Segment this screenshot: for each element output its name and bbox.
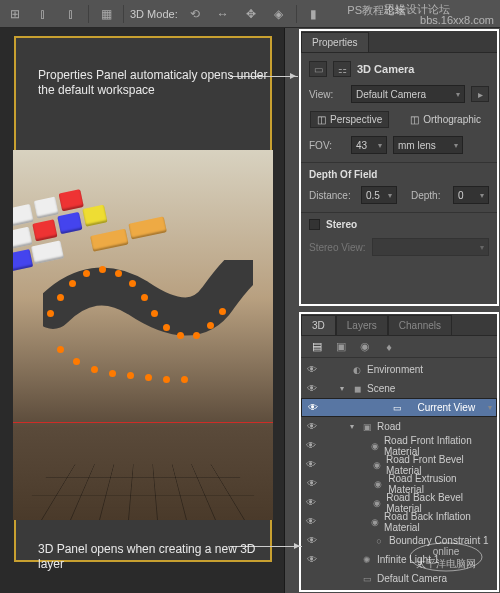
cube-icon: ◫ <box>317 114 326 125</box>
item-type-icon: ◉ <box>370 459 383 471</box>
panels-column: Properties ▭ ⚏ 3D Camera View: Default C… <box>298 28 500 593</box>
fov-field[interactable]: 43 <box>351 136 387 154</box>
depth-label: Depth: <box>411 190 447 201</box>
view-select[interactable]: Default Camera <box>351 85 465 103</box>
perspective-toggle[interactable]: ◫ Perspective <box>310 111 389 128</box>
distance-label: Distance: <box>309 190 355 201</box>
tree-row[interactable]: 👁▾▣Road <box>301 417 497 436</box>
path-handles[interactable] <box>43 250 263 410</box>
coords-icon[interactable]: ⚏ <box>333 61 351 77</box>
dof-section-title: Depth Of Field <box>309 169 489 180</box>
watermark-logo: online太平洋电脑网 <box>406 537 486 577</box>
tab-properties[interactable]: Properties <box>301 32 369 52</box>
visibility-icon[interactable]: 👁 <box>305 421 319 432</box>
visibility-icon[interactable]: 👁 <box>305 459 318 470</box>
camera-icon[interactable]: ▭ <box>309 61 327 77</box>
item-type-icon: ◐ <box>350 364 364 376</box>
item-type-icon: ◉ <box>370 497 383 509</box>
tool-icon[interactable]: ▦ <box>95 4 117 24</box>
tool-icon[interactable]: ⊞ <box>4 4 26 24</box>
tool-icon[interactable]: ⫿ <box>32 4 54 24</box>
annotation-3d-panel: 3D Panel opens when creating a new 3D la… <box>38 542 270 572</box>
tree-row[interactable]: 👁◉Road Back Bevel Material <box>301 493 497 512</box>
watermark: PS教程论坛 <box>347 3 406 18</box>
canvas[interactable]: Properties Panel automaticaly opens unde… <box>14 36 272 562</box>
scene-photo <box>13 150 273 520</box>
visibility-icon[interactable]: 👁 <box>305 497 318 508</box>
item-type-icon: ◼ <box>350 383 364 395</box>
tool-icon[interactable]: ⫿ <box>60 4 82 24</box>
item-type-icon: ◉ <box>372 478 386 490</box>
visibility-icon[interactable]: 👁 <box>305 478 319 489</box>
visibility-icon[interactable]: 👁 <box>305 554 319 565</box>
filter-row: ▤ ▣ ◉ ♦ <box>301 336 497 358</box>
tab-layers[interactable]: Layers <box>336 315 388 335</box>
item-type-icon: ○ <box>372 535 386 547</box>
fov-label: FOV: <box>309 140 345 151</box>
stereo-view-label: Stereo View: <box>309 242 366 253</box>
filter-light-icon[interactable]: ♦ <box>381 340 397 354</box>
move-icon[interactable]: ✥ <box>240 4 262 24</box>
item-label: Road Back Inflation Material <box>384 511 493 533</box>
view-label: View: <box>309 89 345 100</box>
orthographic-toggle[interactable]: ◫ Orthographic <box>403 111 488 128</box>
filter-all-icon[interactable]: ▤ <box>309 340 325 354</box>
item-label: Scene <box>367 383 395 394</box>
tree-row[interactable]: 👁◉Road Back Inflation Material <box>301 512 497 531</box>
visibility-icon[interactable]: 👁 <box>305 516 317 527</box>
tree-row[interactable]: 👁◉Road Extrusion Material <box>301 474 497 493</box>
mode-label: 3D Mode: <box>130 8 178 20</box>
svg-text:太平洋电脑网: 太平洋电脑网 <box>416 558 476 569</box>
tool-icon[interactable]: ▮ <box>303 4 325 24</box>
tab-channels[interactable]: Channels <box>388 315 452 335</box>
orbit-icon[interactable]: ⟲ <box>184 4 206 24</box>
pan-icon[interactable]: ↔ <box>212 4 234 24</box>
visibility-icon[interactable]: 👁 <box>306 402 320 413</box>
tree-row[interactable]: 👁▾◼Scene <box>301 379 497 398</box>
scale-icon[interactable]: ◈ <box>268 4 290 24</box>
stereo-view-select <box>372 238 489 256</box>
filter-mesh-icon[interactable]: ▣ <box>333 340 349 354</box>
item-type-icon: ◉ <box>369 440 381 452</box>
tree-row[interactable]: 👁◉Road Front Bevel Material <box>301 455 497 474</box>
stereo-checkbox[interactable] <box>309 219 320 230</box>
item-type-icon: ✺ <box>360 554 374 566</box>
visibility-icon[interactable]: 👁 <box>305 440 317 451</box>
document-area: Properties Panel automaticaly opens unde… <box>0 28 285 593</box>
item-type-icon: ▣ <box>360 421 374 433</box>
annotation-properties: Properties Panel automaticaly opens unde… <box>38 68 270 98</box>
filter-material-icon[interactable]: ◉ <box>357 340 373 354</box>
visibility-icon[interactable]: 👁 <box>305 535 319 546</box>
item-label: Current View <box>418 402 476 413</box>
tree-row[interactable]: 👁◐Environment <box>301 360 497 379</box>
item-label: Environment <box>367 364 423 375</box>
cube-icon: ◫ <box>410 114 419 125</box>
item-type-icon: ▭ <box>391 402 405 414</box>
disclosure-icon[interactable]: ▾ <box>337 384 347 393</box>
item-type-icon: ◉ <box>369 516 381 528</box>
properties-panel: Properties ▭ ⚏ 3D Camera View: Default C… <box>300 30 498 305</box>
visibility-icon[interactable]: 👁 <box>305 364 319 375</box>
tree-row[interactable]: 👁◉Road Front Inflation Material <box>301 436 497 455</box>
disclosure-icon[interactable]: ▾ <box>347 422 357 431</box>
watermark: bbs.16xx8.com <box>420 14 494 26</box>
fov-unit-select[interactable]: mm lens <box>393 136 463 154</box>
item-type-icon: ▭ <box>360 573 374 585</box>
tree-row[interactable]: 👁▭Current View <box>301 398 497 417</box>
svg-text:online: online <box>433 546 460 557</box>
menu-icon[interactable]: ▸ <box>471 86 489 102</box>
distance-field[interactable]: 0.5 <box>361 186 397 204</box>
depth-field[interactable]: 0 <box>453 186 489 204</box>
panel-title: 3D Camera <box>357 63 414 75</box>
stereo-label: Stereo <box>326 219 357 230</box>
visibility-icon[interactable]: 👁 <box>305 383 319 394</box>
tab-3d[interactable]: 3D <box>301 315 336 335</box>
item-label: Road <box>377 421 401 432</box>
